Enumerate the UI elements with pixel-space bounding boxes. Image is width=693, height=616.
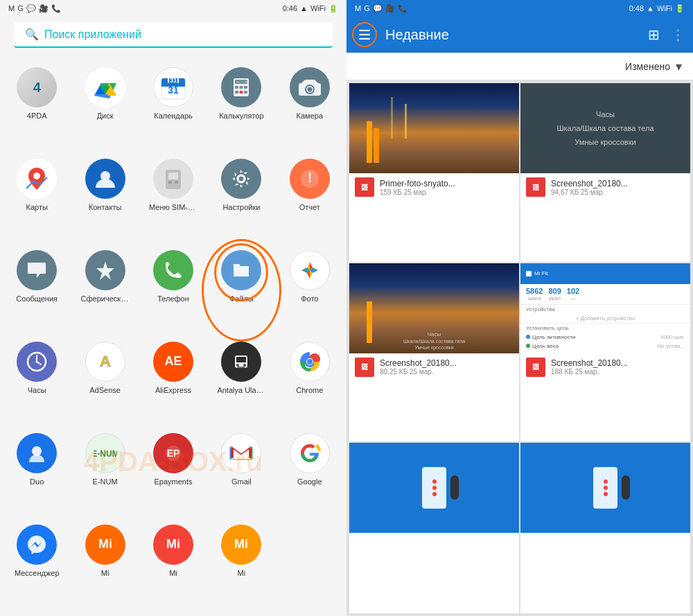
file-info-phone1 [349, 533, 519, 552]
sort-bar: Изменено ▾ [346, 53, 693, 80]
thumb-app-section: Устройства [520, 304, 690, 314]
app-gmail[interactable]: Gmail [207, 428, 275, 519]
chat-icon: 💬 [26, 4, 36, 13]
app-icon-drive [85, 67, 125, 107]
thumb-title-3: Умные кроссовки [574, 138, 635, 146]
file-thumb-photo1 [349, 83, 519, 173]
hamburger-icon [359, 30, 370, 39]
app-icon-4pda: 4 [17, 67, 57, 107]
app-label-calculator: Калькулятор [219, 112, 263, 121]
thumb-phone-pair-content [349, 443, 519, 533]
file-card-app[interactable]: Mi Fit 5862 шаги 809 ккал 102 [520, 263, 690, 442]
svg-text:Mi: Mi [98, 537, 112, 551]
app-icon-contacts [85, 159, 125, 199]
phone-dot-2a [604, 479, 608, 484]
app-messenger[interactable]: Мессенджер [3, 519, 71, 610]
battery-icon-left: 🔋 [328, 4, 338, 13]
app-icon-calendar: 31 31 [153, 67, 193, 107]
sort-arrow-icon[interactable]: ▾ [676, 59, 682, 74]
app-maps[interactable]: Карты [3, 153, 71, 245]
thumb-phone-pair2-content [520, 443, 690, 533]
battery-icon-right: 🔋 [675, 4, 685, 13]
file-details-screenshot1: Screenshot_20180... 94,67 КБ 25 мар. [551, 179, 685, 196]
app-label-mi2: Mi [169, 569, 177, 578]
hamburger-line-2 [359, 34, 370, 35]
svg-rect-13 [235, 91, 238, 94]
search-icon: 🔍 [25, 28, 39, 41]
app-phone[interactable]: Телефон [139, 245, 207, 336]
app-aliexpress[interactable]: AE AliExpress [139, 336, 207, 428]
file-card-screenshot1[interactable]: Часы Шкала/Шкала состава тела Умные крос… [520, 83, 690, 262]
app-adsense[interactable]: A A AdSense [71, 336, 139, 428]
app-enum[interactable]: E-NUM E-NUM [71, 428, 139, 519]
search-bar[interactable]: 🔍 Поиск приложений [14, 22, 333, 48]
svg-point-20 [307, 87, 312, 92]
svg-point-41 [243, 364, 246, 367]
app-bus[interactable]: Antalya Ulaş... [207, 336, 275, 428]
grid-view-button[interactable]: ⊞ [645, 24, 663, 46]
app-duo[interactable]: Duo [3, 428, 71, 519]
file-details-screenshot2: Screenshot_20180... 80,25 КБ 25 мар. [380, 358, 514, 376]
video-icon-right: 🎥 [385, 4, 395, 13]
file-card-photo1[interactable]: 🖼 Primer-foto-snyato... 159 КБ 25 мар. [349, 83, 519, 262]
toolbar: Недавние ⊞ ⋮ [346, 17, 693, 53]
file-meta-screenshot2: 80,25 КБ 25 мар. [380, 368, 514, 376]
phone-shape-2 [593, 467, 617, 509]
app-settings[interactable]: Настройки [207, 153, 275, 245]
app-spherical[interactable]: Сферическая... [71, 245, 139, 336]
app-sim[interactable]: Меню SIM-ка... [139, 153, 207, 245]
stat-val: 102 — [567, 287, 579, 301]
app-mi1[interactable]: Mi Mi [71, 519, 139, 610]
app-google[interactable]: Google [276, 428, 344, 519]
band-shape-1 [450, 475, 459, 500]
thumb-content-screenshot1: Часы Шкала/Шкала состава тела Умные крос… [520, 83, 690, 173]
mail-icon-right: M [355, 4, 361, 12]
app-epayments[interactable]: EP Epayments [139, 428, 207, 519]
app-icon-messenger [17, 525, 57, 565]
apps-grid: 4 4PDA Диск [0, 56, 346, 616]
app-contacts[interactable]: Контакты [71, 153, 139, 245]
app-label-contacts: Контакты [89, 203, 122, 212]
app-icon-mi2: Mi [153, 525, 193, 565]
app-photos[interactable]: Фото [276, 245, 344, 336]
thumb-app-section2: Установить цель [520, 323, 690, 333]
stat-steps-label: шаги [526, 295, 543, 301]
app-camera[interactable]: Камера [276, 62, 344, 153]
wifi-icon-left: WiFi [310, 4, 326, 12]
hamburger-line-3 [359, 38, 370, 39]
app-calculator[interactable]: + - × Калькулятор [207, 62, 275, 153]
app-icon-mi1: Mi [85, 525, 125, 565]
more-options-button[interactable]: ⋮ [668, 24, 687, 46]
hamburger-line-1 [359, 30, 370, 31]
left-panel: M G 💬 🎥 📞 0:46 ▲ WiFi 🔋 🔍 Поиск приложен… [0, 0, 346, 616]
status-icons-right-right: 0:48 ▲ WiFi 🔋 [629, 4, 685, 13]
phone-dots-2 [604, 479, 608, 496]
app-icon-mi3: Mi [221, 525, 261, 565]
app-clock[interactable]: Часы [3, 336, 71, 428]
file-card-phone1[interactable] [349, 443, 519, 613]
app-files[interactable]: Файлы [207, 245, 275, 336]
app-calendar[interactable]: 31 31 Календарь [139, 62, 207, 153]
app-mi2[interactable]: Mi Mi [139, 519, 207, 610]
menu-button[interactable] [352, 22, 377, 47]
app-4pda[interactable]: 4 4PDA [3, 62, 71, 153]
file-type-icon-photo1: 🖼 [355, 177, 374, 197]
app-drive[interactable]: Диск [71, 62, 139, 153]
stat-val-num: 102 [567, 287, 579, 295]
file-card-screenshot2[interactable]: Часы Шкала/Шкала состава тела Умные крос… [349, 263, 519, 442]
stat-kcal: 809 ккал [548, 287, 561, 301]
thumb-app-content: Mi Fit 5862 шаги 809 ккал 102 [520, 263, 690, 353]
chat-icon-right: 💬 [373, 4, 383, 13]
app-mi3[interactable]: Mi Mi [207, 519, 275, 610]
status-icons-right-left: M G 💬 🎥 📞 [355, 4, 407, 13]
app-label-settings: Настройки [222, 203, 260, 212]
app-report[interactable]: ! Отчет [276, 153, 344, 245]
file-card-phone2[interactable] [520, 443, 690, 613]
app-label-phone: Телефон [157, 294, 189, 303]
app-icon-aliexpress: AE [153, 342, 193, 382]
app-icon-epayments: EP [153, 433, 193, 473]
video-icon: 🎥 [39, 4, 49, 13]
app-sms[interactable]: Сообщения [3, 245, 71, 336]
app-chrome[interactable]: Chrome [276, 336, 344, 428]
file-type-icon-screenshot2: 🖼 [355, 358, 374, 377]
